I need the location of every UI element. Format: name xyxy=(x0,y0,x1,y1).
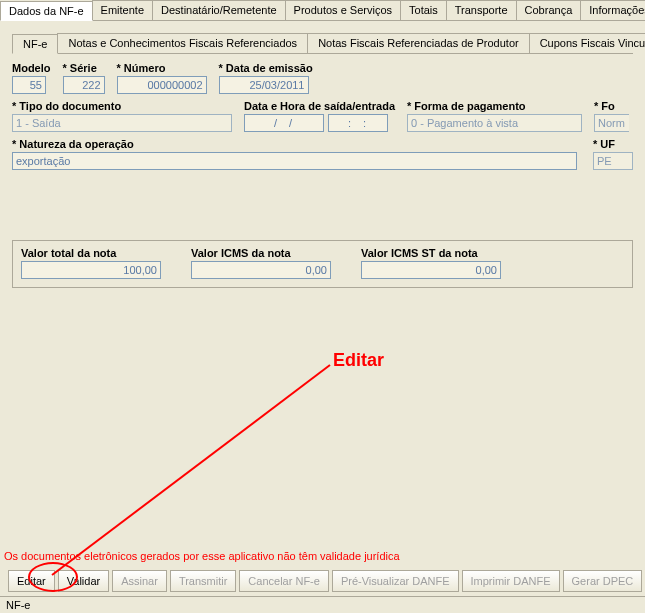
label-data-emissao: * Data de emissão xyxy=(219,62,313,74)
cancelar-nfe-button[interactable]: Cancelar NF-e xyxy=(239,570,329,592)
subtab-notas-conhecimentos[interactable]: Notas e Conhecimentos Fiscais Referencia… xyxy=(57,33,308,53)
label-numero: * Número xyxy=(117,62,207,74)
label-modelo: Modelo xyxy=(12,62,51,74)
main-tab-bar: Dados da NF-e Emitente Destinatário/Reme… xyxy=(0,0,645,21)
tab-destinatario[interactable]: Destinatário/Remetente xyxy=(152,0,286,20)
input-serie[interactable] xyxy=(63,76,105,94)
input-modelo[interactable] xyxy=(12,76,46,94)
subtab-cupons[interactable]: Cupons Fiscais Vinculados à N xyxy=(529,33,645,53)
sub-tab-bar: NF-e Notas e Conhecimentos Fiscais Refer… xyxy=(12,33,633,54)
annotation-editar-label: Editar xyxy=(333,350,384,371)
select-uf[interactable]: PE xyxy=(593,152,633,170)
label-tipo-documento: * Tipo do documento xyxy=(12,100,232,112)
assinar-button[interactable]: Assinar xyxy=(112,570,167,592)
label-forma-pagamento: * Forma de pagamento xyxy=(407,100,582,112)
tab-dados-nfe[interactable]: Dados da NF-e xyxy=(0,1,93,21)
label-valor-icms-st: Valor ICMS ST da nota xyxy=(361,247,501,259)
label-uf: * UF xyxy=(593,138,633,150)
gerar-dpec-button[interactable]: Gerar DPEC xyxy=(563,570,643,592)
select-tipo-documento[interactable]: 1 - Saída xyxy=(12,114,232,132)
label-data-hora-saida: Data e Hora de saída/entrada xyxy=(244,100,395,112)
tab-totais[interactable]: Totais xyxy=(400,0,447,20)
label-natureza-operacao: * Natureza da operação xyxy=(12,138,581,150)
label-valor-total: Valor total da nota xyxy=(21,247,161,259)
content-area: NF-e Notas e Conhecimentos Fiscais Refer… xyxy=(0,21,645,300)
label-valor-icms: Valor ICMS da nota xyxy=(191,247,331,259)
input-data-saida[interactable] xyxy=(244,114,324,132)
tab-info-adicionais[interactable]: Informações Adi xyxy=(580,0,645,20)
imprimir-danfe-button[interactable]: Imprimir DANFE xyxy=(462,570,560,592)
tab-transporte[interactable]: Transporte xyxy=(446,0,517,20)
input-hora-saida[interactable] xyxy=(328,114,388,132)
input-data-emissao[interactable] xyxy=(219,76,309,94)
input-valor-total xyxy=(21,261,161,279)
label-fo: * Fo xyxy=(594,100,629,112)
input-valor-icms xyxy=(191,261,331,279)
statusbar: NF-e xyxy=(0,596,645,613)
tab-produtos[interactable]: Produtos e Serviços xyxy=(285,0,401,20)
annotation-editar-circle xyxy=(28,562,78,592)
pre-visualizar-danfe-button[interactable]: Pré-Visualizar DANFE xyxy=(332,570,459,592)
tab-emitente[interactable]: Emitente xyxy=(92,0,153,20)
subtab-notas-produtor[interactable]: Notas Fiscais Referenciadas de Produtor xyxy=(307,33,530,53)
input-natureza-operacao[interactable] xyxy=(12,152,577,170)
warning-text: Os documentos eletrônicos gerados por es… xyxy=(4,550,641,562)
form-panel: Modelo * Série * Número * Data de emissã… xyxy=(12,62,633,288)
button-bar: Editar Validar Assinar Transmitir Cancel… xyxy=(0,566,645,596)
label-serie: * Série xyxy=(63,62,105,74)
tab-cobranca[interactable]: Cobrança xyxy=(516,0,582,20)
select-forma-pagamento[interactable]: 0 - Pagamento à vista xyxy=(407,114,582,132)
input-valor-icms-st xyxy=(361,261,501,279)
transmitir-button[interactable]: Transmitir xyxy=(170,570,236,592)
select-fo[interactable]: Norm xyxy=(594,114,629,132)
totals-panel: Valor total da nota Valor ICMS da nota V… xyxy=(12,240,633,288)
subtab-nfe[interactable]: NF-e xyxy=(12,34,58,54)
input-numero[interactable] xyxy=(117,76,207,94)
